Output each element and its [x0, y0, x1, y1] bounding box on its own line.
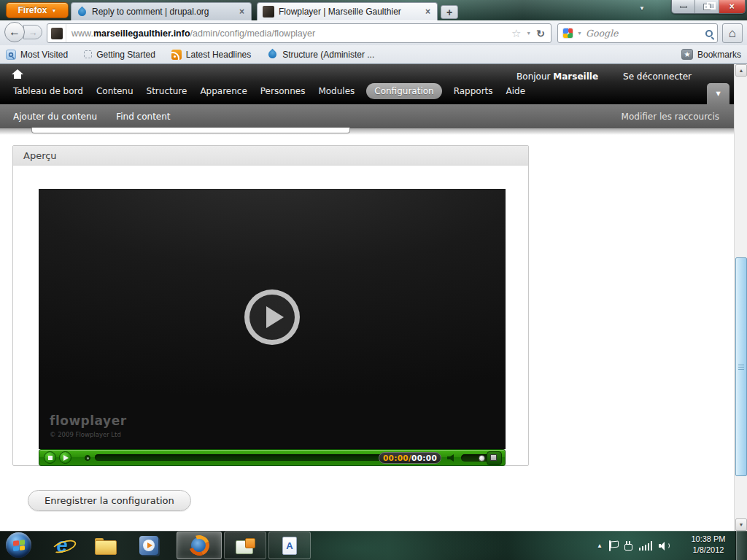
shortcut-find-content[interactable]: Find content [116, 112, 170, 122]
speaker-icon[interactable] [659, 541, 670, 551]
truncated-form-field[interactable] [31, 128, 350, 133]
account-area: Bonjour Marseille Se déconnecter [516, 71, 692, 82]
bookmark-most-visited[interactable]: Most Visited [6, 50, 68, 60]
menu-item-rapports[interactable]: Rapports [452, 83, 495, 99]
home-button[interactable]: ⌂ [722, 23, 743, 43]
window-controls: × [671, 0, 746, 14]
google-icon [562, 28, 573, 39]
firefox-menu-label: Firefox [18, 5, 47, 15]
tab-drupal-org[interactable]: Reply to comment | drupal.org × [71, 2, 252, 20]
bookmarks-menu-button[interactable]: ★ Bookmarks [681, 49, 741, 60]
bookmark-label: Getting Started [96, 50, 155, 60]
show-desktop-button[interactable] [735, 531, 747, 560]
time-display: 00:00/ 00:00 [379, 452, 441, 464]
url-text[interactable]: www.marseillegaulthier.info/admin/config… [66, 28, 506, 39]
save-configuration-button[interactable]: Enregistrer la configuration [28, 490, 191, 511]
copyright-text: © 2009 Flowplayer Ltd [50, 431, 121, 438]
chevron-down-icon: ▼ [52, 8, 57, 13]
shortcut-toggle-button[interactable]: ▼ [707, 83, 729, 104]
taskbar-explorer[interactable] [86, 532, 124, 559]
close-window-button[interactable]: × [719, 0, 745, 13]
power-plug-icon[interactable] [624, 544, 632, 551]
thumb-grip [738, 365, 744, 371]
volume-handle[interactable] [479, 455, 485, 462]
clock-time: 10:38 PM [683, 534, 734, 545]
menu-item-structure[interactable]: Structure [145, 83, 189, 99]
drupal-admin-toolbar: Tableau de bord Contenu Structure Appare… [0, 64, 747, 104]
taskbar-media-player[interactable] [130, 532, 168, 559]
folder-icon [95, 538, 115, 553]
play-button[interactable] [59, 451, 71, 464]
tab-title: Flowplayer | Marseille Gaulthier [279, 7, 419, 17]
internet-explorer-icon: e [56, 534, 67, 557]
menu-item-tableau-de-bord[interactable]: Tableau de bord [12, 83, 85, 99]
taskbar-clock[interactable]: 10:38 PM 1/8/2012 [683, 534, 734, 556]
tray-expand-icon[interactable]: ▲ [597, 542, 603, 549]
play-overlay-button[interactable] [244, 289, 300, 345]
scrubber-handle[interactable] [85, 455, 90, 461]
progress-track[interactable] [95, 454, 410, 461]
scrollbar-thumb[interactable] [735, 257, 747, 476]
tab-list-dropdown-icon[interactable]: ▼ [639, 5, 645, 12]
minimize-button[interactable] [672, 0, 695, 13]
start-button[interactable] [6, 532, 31, 558]
reload-icon[interactable]: ↻ [536, 28, 545, 39]
menu-item-modules[interactable]: Modules [317, 83, 356, 99]
menu-item-aide[interactable]: Aide [505, 83, 527, 99]
forward-button[interactable]: → [23, 25, 42, 39]
flowplayer-logo: flowplayer [50, 413, 127, 428]
network-icon[interactable] [639, 541, 653, 551]
chevron-down-icon[interactable]: ▼ [577, 31, 582, 36]
firefox-icon [189, 535, 209, 556]
edit-shortcuts-link[interactable]: Modifier les raccourcis [622, 112, 719, 122]
action-center-flag-icon[interactable] [609, 540, 618, 551]
site-favicon-icon [51, 28, 63, 39]
volume-icon[interactable] [446, 454, 455, 462]
search-box[interactable]: ▼ [557, 23, 718, 43]
apercu-fieldset: Aperçu flowplayer © 2009 Flowplayer Ltd … [12, 145, 529, 466]
restore-button[interactable] [695, 0, 719, 13]
back-button[interactable]: ← [4, 22, 25, 42]
scroll-up-button[interactable]: ▲ [735, 64, 747, 77]
bookmark-star-icon[interactable]: ☆ [511, 27, 521, 40]
search-input[interactable] [586, 28, 702, 39]
bookmarks-toolbar: Most Visited Getting Started Latest Head… [0, 45, 747, 64]
taskbar-mail[interactable] [224, 532, 266, 559]
shortcut-add-content[interactable]: Ajouter du contenu [13, 112, 97, 122]
bookmark-getting-started[interactable]: Getting Started [84, 50, 155, 60]
getting-started-icon [84, 50, 92, 58]
search-icon[interactable] [705, 30, 713, 37]
favicon-box [47, 24, 66, 42]
new-tab-button[interactable]: + [441, 5, 458, 19]
close-icon[interactable]: × [424, 7, 432, 17]
fieldset-legend: Aperçu [13, 146, 528, 166]
taskbar-internet-explorer[interactable]: e [44, 532, 80, 559]
menu-item-personnes[interactable]: Personnes [259, 83, 307, 99]
menu-item-contenu[interactable]: Contenu [95, 83, 135, 99]
menu-item-apparence[interactable]: Apparence [198, 83, 248, 99]
windows-flag-icon [13, 540, 25, 551]
logout-link[interactable]: Se déconnecter [623, 71, 692, 82]
firefox-menu-button[interactable]: Firefox ▼ [6, 2, 69, 18]
bookmark-structure[interactable]: Structure (Administer ... [267, 49, 374, 60]
taskbar-firefox-active[interactable] [177, 532, 222, 559]
greeting-word: Bonjour [516, 71, 550, 82]
url-bar[interactable]: www.marseillegaulthier.info/admin/config… [47, 23, 551, 43]
taskbar: e A ▲ 10:38 PM 1/8/2012 [0, 531, 747, 560]
taskbar-document-app[interactable]: A [268, 532, 311, 559]
bookmark-label: Latest Headlines [186, 50, 251, 60]
fullscreen-button[interactable] [487, 451, 502, 465]
stop-button[interactable] [44, 451, 56, 464]
scroll-down-button[interactable]: ▼ [735, 518, 747, 531]
close-icon[interactable]: × [238, 7, 246, 17]
home-icon[interactable] [12, 69, 23, 79]
page-content: Aperçu flowplayer © 2009 Flowplayer Ltd … [0, 128, 734, 531]
chevron-down-icon[interactable]: ▼ [526, 31, 531, 36]
video-area[interactable]: flowplayer © 2009 Flowplayer Ltd [39, 189, 506, 449]
bookmark-latest-headlines[interactable]: Latest Headlines [171, 50, 251, 60]
admin-menu: Tableau de bord Contenu Structure Appare… [12, 83, 527, 99]
tab-flowplayer[interactable]: Flowplayer | Marseille Gaulthier × [257, 2, 438, 20]
site-favicon-icon [263, 6, 274, 18]
menu-item-configuration[interactable]: Configuration [366, 83, 441, 99]
scrollbar[interactable]: ▲ ▼ [734, 64, 747, 531]
